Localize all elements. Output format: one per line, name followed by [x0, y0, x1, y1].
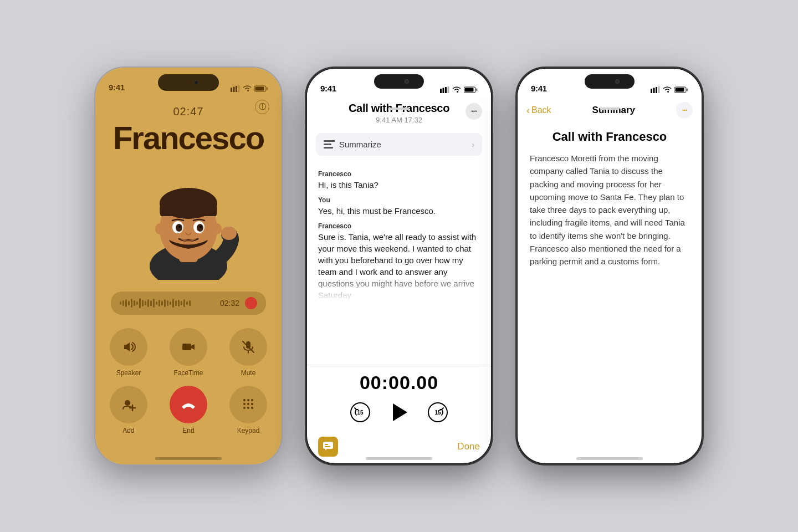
summarize-button[interactable]: Summarize › — [316, 133, 482, 156]
speaker-label: Speaker — [116, 369, 141, 377]
call-duration: 02:47 — [173, 105, 203, 118]
memoji-avatar — [127, 161, 249, 283]
svg-rect-50 — [323, 442, 333, 449]
status-time-2: 9:41 — [320, 84, 336, 93]
summarize-icon — [324, 140, 335, 149]
svg-point-12 — [213, 223, 222, 234]
svg-rect-59 — [687, 89, 688, 91]
svg-point-17 — [178, 226, 181, 228]
add-icon — [121, 397, 136, 412]
svg-text:15: 15 — [357, 410, 364, 416]
chat-bubble-icon[interactable] — [318, 437, 338, 457]
memoji-svg — [130, 163, 247, 280]
battery-icon-3 — [674, 86, 688, 93]
svg-rect-51 — [325, 444, 328, 445]
svg-rect-6 — [267, 88, 268, 90]
camera-dot — [194, 80, 198, 85]
wifi-icon — [243, 85, 252, 92]
mute-button[interactable]: Mute — [226, 328, 270, 377]
msg-text-1: Yes, hi, this must be Francesco. — [318, 205, 480, 217]
keypad-button[interactable]: Keypad — [226, 386, 270, 434]
status-time-1: 9:41 — [109, 83, 125, 92]
end-button[interactable]: End — [166, 386, 211, 434]
home-indicator-1 — [155, 457, 222, 460]
info-icon[interactable]: ⓘ — [255, 100, 269, 114]
end-call-icon — [181, 398, 196, 411]
dynamic-island-2 — [374, 74, 424, 89]
playback-timer: 00:00.00 — [360, 372, 438, 393]
svg-rect-5 — [255, 87, 264, 91]
keypad-label: Keypad — [237, 427, 260, 434]
summarize-chevron-icon: › — [472, 140, 474, 149]
caller-name: Francesco — [113, 119, 264, 156]
svg-text:15: 15 — [434, 410, 441, 416]
waveform — [120, 298, 214, 308]
svg-rect-2 — [236, 86, 237, 92]
signal-icon-3 — [651, 86, 660, 93]
wifi-icon-2 — [452, 86, 461, 93]
svg-rect-0 — [231, 88, 232, 92]
msg-text-0: Hi, is this Tania? — [318, 179, 480, 191]
svg-rect-36 — [440, 89, 442, 93]
svg-rect-58 — [676, 88, 684, 92]
svg-rect-43 — [324, 140, 335, 142]
svg-point-33 — [243, 407, 245, 409]
nav-title: Summary — [592, 105, 635, 116]
mute-icon — [241, 339, 256, 355]
facetime-button[interactable]: FaceTime — [166, 328, 211, 377]
recording-elapsed: 02:32 — [220, 299, 239, 308]
bubble-svg — [323, 441, 334, 452]
signal-icon — [231, 85, 240, 92]
skip-forward-button[interactable]: 15 — [427, 401, 449, 423]
recording-indicator — [245, 297, 257, 309]
svg-rect-53 — [651, 89, 652, 93]
svg-rect-38 — [445, 87, 447, 93]
summary-screen: 9:41 — [518, 69, 702, 463]
svg-rect-41 — [465, 88, 474, 92]
playback-section: 00:00.00 15 — [307, 365, 491, 432]
phone-transcript: 9:41 — [305, 66, 493, 466]
playback-controls: 15 15 — [349, 400, 449, 424]
camera-dot-3 — [615, 79, 620, 84]
summary-body-text: Francesco Moretti from the moving compan… — [530, 152, 689, 268]
svg-rect-45 — [324, 147, 333, 149]
done-button[interactable]: Done — [457, 441, 480, 452]
svg-point-30 — [243, 403, 245, 405]
back-button[interactable]: ‹ Back — [526, 105, 551, 116]
svg-rect-20 — [182, 344, 191, 350]
battery-icon-2 — [464, 86, 478, 93]
status-icons-1 — [231, 85, 268, 92]
speaker-button[interactable]: Speaker — [106, 328, 151, 377]
facetime-label: FaceTime — [174, 369, 203, 377]
battery-icon — [254, 85, 268, 92]
recording-bar[interactable]: 02:32 — [111, 291, 266, 315]
svg-rect-39 — [448, 86, 449, 93]
skip-back-icon: 15 — [350, 402, 371, 423]
svg-rect-37 — [443, 88, 444, 94]
svg-point-27 — [243, 399, 245, 401]
svg-point-24 — [125, 400, 130, 406]
skip-back-button[interactable]: 15 — [349, 401, 371, 423]
summary-more-options[interactable]: ··· — [676, 102, 693, 119]
keypad-icon — [242, 398, 255, 411]
add-label: Add — [122, 427, 134, 434]
home-indicator-3 — [576, 457, 643, 460]
svg-point-28 — [247, 399, 249, 401]
speaker-icon — [121, 339, 136, 355]
svg-point-35 — [251, 407, 253, 409]
svg-point-29 — [251, 399, 253, 401]
camera-dot-2 — [405, 79, 409, 84]
dynamic-island-1 — [158, 74, 219, 91]
back-label: Back — [531, 105, 551, 115]
add-button[interactable]: Add — [106, 386, 151, 434]
play-button[interactable] — [387, 400, 411, 424]
svg-point-34 — [247, 407, 249, 409]
facetime-icon — [181, 339, 196, 355]
msg-text-2: Sure is. Tania, we're all ready to assis… — [318, 231, 480, 301]
home-indicator-2 — [366, 457, 432, 460]
pull-bar-3 — [600, 108, 620, 110]
status-icons-3 — [651, 86, 688, 93]
pull-bar-2 — [389, 108, 409, 110]
more-options-button[interactable]: ··· — [466, 103, 482, 120]
svg-rect-54 — [653, 88, 655, 94]
